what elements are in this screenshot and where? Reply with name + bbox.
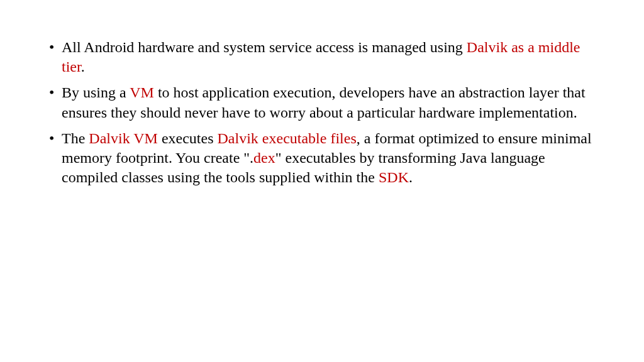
text-segment: By using a	[62, 84, 130, 101]
bullet-item: By using a VM to host application execut…	[44, 83, 600, 122]
text-segment: executes	[162, 130, 218, 146]
text-segment: The	[62, 130, 89, 146]
text-segment: Dalvik executable files	[218, 130, 357, 146]
text-segment: SDK	[379, 169, 409, 185]
text-segment: .	[409, 169, 413, 185]
text-segment: VM	[130, 84, 154, 101]
text-segment: dex	[253, 150, 275, 166]
text-segment: All Android hardware and system service …	[62, 39, 467, 55]
text-segment: .	[81, 58, 85, 75]
bullet-item: All Android hardware and system service …	[44, 38, 600, 77]
text-segment: Dalvik VM	[89, 130, 162, 146]
bullet-item: The Dalvik VM executes Dalvik executable…	[44, 129, 600, 188]
bullet-list: All Android hardware and system service …	[44, 38, 600, 187]
